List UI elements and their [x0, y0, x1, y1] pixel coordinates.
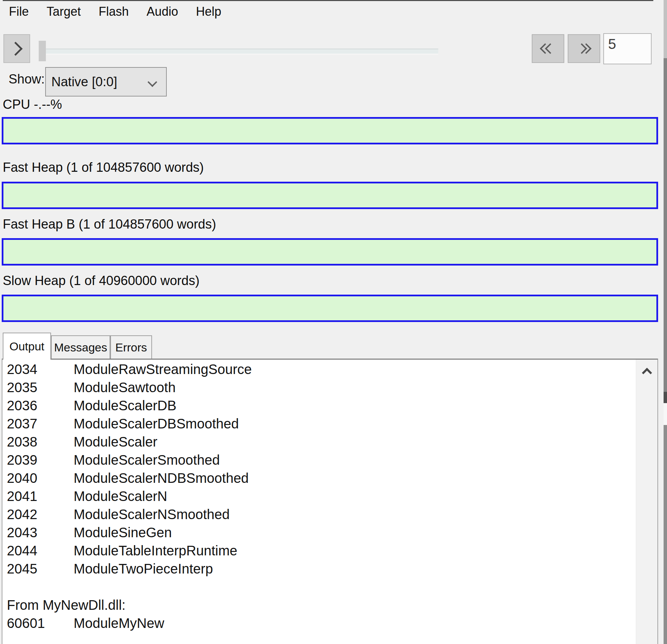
menubar: File Target Flash Audio Help	[0, 3, 230, 21]
forward-button[interactable]	[568, 34, 600, 63]
output-line-text: ModuleSawtooth	[74, 378, 176, 397]
output-line-id: 2037	[7, 415, 74, 433]
output-lines: 2034 ModuleRawStreamingSource 2035 Modul…	[7, 360, 633, 632]
fast-heap-b-label: Fast Heap B (1 of 104857600 words)	[3, 217, 216, 232]
output-line: 2044 ModuleTableInterpRuntime	[7, 542, 633, 560]
window-edge-strip	[664, 0, 667, 58]
window-edge-strip	[664, 58, 667, 392]
fast-heap-meter	[2, 182, 658, 209]
output-line-id: 2044	[7, 542, 74, 560]
output-line: 2040 ModuleScalerNDBSmoothed	[7, 469, 633, 487]
output-line-text: ModuleMyNew	[74, 614, 164, 632]
output-line-id: 2041	[7, 487, 74, 505]
tab-messages[interactable]: Messages	[51, 335, 110, 359]
output-line-text: ModuleRawStreamingSource	[74, 360, 252, 378]
rewind-button[interactable]	[532, 34, 564, 63]
output-scrollbar[interactable]	[636, 360, 657, 644]
window-top-border	[3, 0, 653, 1]
output-line-id: 2042	[7, 505, 74, 524]
window-edge-strip	[664, 403, 667, 425]
output-line-id: From MyNewDll.dll:	[7, 596, 126, 614]
menu-item-target[interactable]: Target	[38, 4, 90, 19]
window-edge-strip	[664, 392, 667, 403]
output-line-text: ModuleSineGen	[74, 524, 172, 542]
play-button[interactable]	[3, 34, 30, 63]
slider-thumb[interactable]	[39, 41, 46, 61]
output-line-id: 2034	[7, 360, 74, 378]
menu-item-flash[interactable]: Flash	[90, 4, 138, 19]
output-line: 2034 ModuleRawStreamingSource	[7, 360, 633, 378]
output-line-text: ModuleScalerDB	[74, 397, 176, 415]
show-dropdown-value: Native [0:0]	[51, 75, 117, 89]
show-label: Show:	[9, 72, 45, 87]
chevron-down-icon	[148, 77, 157, 87]
slider-track[interactable]	[39, 49, 438, 54]
output-line-id: 2039	[7, 451, 74, 469]
output-line: 2043 ModuleSineGen	[7, 524, 633, 542]
slow-heap-label: Slow Heap (1 of 40960000 words)	[3, 273, 200, 288]
slow-heap-meter	[2, 295, 658, 322]
output-line-text: ModuleScalerSmoothed	[74, 451, 220, 469]
output-line: 2042 ModuleScalerNSmoothed	[7, 505, 633, 524]
output-line-id: 2036	[7, 397, 74, 415]
output-console[interactable]: 2034 ModuleRawStreamingSource 2035 Modul…	[2, 359, 658, 644]
output-line-id: 2038	[7, 433, 74, 451]
output-line-text: ModuleScalerDBSmoothed	[74, 415, 239, 433]
cpu-label: CPU -.--%	[3, 97, 62, 112]
output-line-text: ModuleTwoPieceInterp	[74, 560, 213, 578]
menu-item-help[interactable]: Help	[187, 4, 230, 19]
window-edge-strip	[664, 425, 667, 644]
output-line-text: ModuleScalerN	[74, 487, 167, 505]
chevron-up-icon	[642, 368, 652, 378]
output-line-id: 2043	[7, 524, 74, 542]
output-line: 2038 ModuleScaler	[7, 433, 633, 451]
output-line: 2045 ModuleTwoPieceInterp	[7, 560, 633, 578]
output-line-text: ModuleScaler	[74, 433, 158, 451]
output-line: 60601 ModuleMyNew	[7, 614, 633, 632]
output-line-id: 2035	[7, 378, 74, 397]
output-line: 2041 ModuleScalerN	[7, 487, 633, 505]
play-icon	[8, 41, 22, 55]
output-line-text: ModuleScalerNDBSmoothed	[74, 469, 249, 487]
output-line: 2039 ModuleScalerSmoothed	[7, 451, 633, 469]
tab-errors[interactable]: Errors	[110, 335, 152, 359]
menu-item-file[interactable]: File	[0, 4, 38, 19]
output-line-id: 2045	[7, 560, 74, 578]
output-line: 2037 ModuleScalerDBSmoothed	[7, 415, 633, 433]
output-line-text: ModuleTableInterpRuntime	[74, 542, 237, 560]
output-line: 2036 ModuleScalerDB	[7, 397, 633, 415]
frame-count-input[interactable]	[603, 33, 652, 64]
output-line-text: ModuleScalerNSmoothed	[74, 505, 230, 524]
output-line: From MyNewDll.dll:	[7, 596, 633, 614]
scroll-up-button[interactable]	[636, 360, 657, 381]
show-dropdown[interactable]: Native [0:0]	[45, 67, 167, 96]
tab-output[interactable]: Output	[3, 333, 51, 360]
fast-heap-b-meter	[2, 238, 658, 266]
app-window: File Target Flash Audio Help Show: Nativ…	[0, 0, 667, 644]
output-line-id	[7, 578, 74, 596]
fast-heap-label: Fast Heap (1 of 104857600 words)	[3, 160, 204, 175]
output-line	[7, 578, 633, 596]
output-line-id: 60601	[7, 614, 74, 632]
output-line-id: 2040	[7, 469, 74, 487]
cpu-meter	[2, 117, 658, 144]
menu-item-audio[interactable]: Audio	[138, 4, 187, 19]
output-line: 2035 ModuleSawtooth	[7, 378, 633, 397]
